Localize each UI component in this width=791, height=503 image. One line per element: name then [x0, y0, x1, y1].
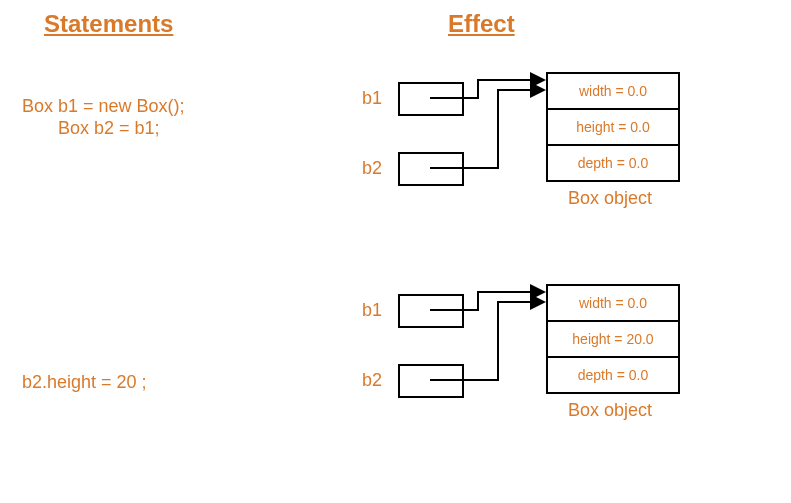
block2-ref1-label: b1 — [362, 300, 382, 321]
block1-field-width: width = 0.0 — [546, 72, 680, 110]
block2-field-height: height = 20.0 — [546, 320, 680, 358]
effect-heading: Effect — [448, 10, 515, 38]
block1-ref1-box — [398, 82, 464, 116]
block1-ref1-label: b1 — [362, 88, 382, 109]
block2-ref2-label: b2 — [362, 370, 382, 391]
block2-field-width: width = 0.0 — [546, 284, 680, 322]
block1-ref2-label: b2 — [362, 158, 382, 179]
block2-ref1-box — [398, 294, 464, 328]
block1-object-label: Box object — [568, 188, 652, 209]
block2-code-line1: b2.height = 20 ; — [22, 372, 147, 393]
block1-code-line1: Box b1 = new Box(); — [22, 96, 185, 117]
block1-field-depth: depth = 0.0 — [546, 144, 680, 182]
statements-heading: Statements — [44, 10, 173, 38]
block2-field-depth: depth = 0.0 — [546, 356, 680, 394]
block2-object-label: Box object — [568, 400, 652, 421]
block1-code-line2: Box b2 = b1; — [58, 118, 160, 139]
block1-ref2-box — [398, 152, 464, 186]
block2-ref2-box — [398, 364, 464, 398]
block1-field-height: height = 0.0 — [546, 108, 680, 146]
